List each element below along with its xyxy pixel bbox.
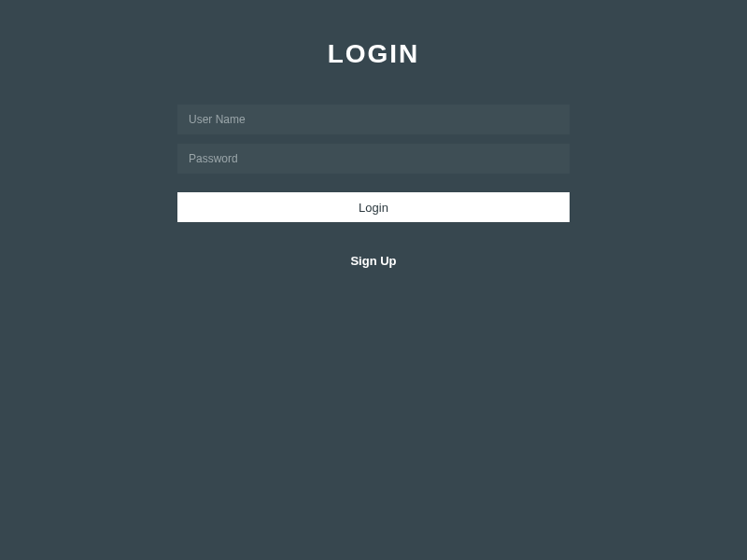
signup-link[interactable]: Sign Up bbox=[177, 254, 570, 268]
login-button[interactable]: Login bbox=[177, 192, 570, 222]
username-input[interactable] bbox=[177, 105, 570, 134]
login-form: Login Sign Up bbox=[177, 105, 570, 268]
page-title: LOGIN bbox=[328, 39, 420, 69]
password-input[interactable] bbox=[177, 144, 570, 174]
